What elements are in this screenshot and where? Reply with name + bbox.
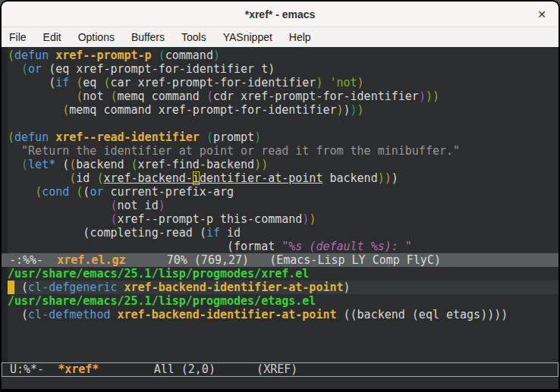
buffer-line[interactable] [8,349,558,362]
buffer-line[interactable]: (xref--prompt-p this-command)) [8,212,558,226]
buffer-line[interactable]: (defun xref--prompt-p (command) [8,49,558,62]
buffer-line[interactable]: (or (eq xref-prompt-for-identifier t) [8,62,558,76]
buffer-line[interactable]: (not id) [8,199,558,212]
modeline-source[interactable]: -:%%- xref.el.gz 70% (769,27) (Emacs-Lis… [2,253,558,267]
buffer-line[interactable]: (format "%s (default %s): " [8,240,558,253]
buffer-line[interactable]: (if (eq (car xref-prompt-for-identifier)… [8,76,558,89]
emacs-window: *xref* - emacs ✕ File Edit Options Buffe… [0,0,560,392]
close-icon[interactable]: ✕ [537,9,546,20]
menu-item-tools[interactable]: Tools [173,27,215,47]
menu-item-options[interactable]: Options [70,27,123,47]
source-buffer-window[interactable]: (defun xref--prompt-p (command) (or (eq … [2,47,558,253]
buffer-line[interactable]: (defun xref--read-identifier (prompt) [8,130,558,144]
buffer-line[interactable] [8,335,558,349]
buffer-line[interactable]: (id (xref-backend-identifier-at-point ba… [8,171,558,185]
menu-item-buffers[interactable]: Buffers [123,27,173,47]
buffer-line[interactable] [8,117,558,130]
buffer-line[interactable]: (cl-defgeneric xref-backend-identifier-a… [8,281,558,294]
modeline-xref[interactable]: U:%*- *xref* All (2,0) (XREF) [2,362,558,377]
buffer-line[interactable]: (let* ((backend (xref-find-backend)) [8,158,558,171]
buffer-line[interactable]: (completing-read (if id [8,226,558,240]
buffer-line[interactable]: "Return the identifier at point or read … [8,144,558,158]
buffer-line[interactable]: (not (memq command (cdr xref-prompt-for-… [8,89,558,103]
window-title: *xref* - emacs [245,8,316,20]
menu-bar: File Edit Options Buffers Tools YASnippe… [2,27,558,47]
buffer-line[interactable] [8,321,558,335]
buffer-line[interactable]: (memq command xref-prompt-for-identifier… [8,103,558,117]
menu-item-help[interactable]: Help [281,27,319,47]
menu-item-edit[interactable]: Edit [35,27,70,47]
xref-buffer-window[interactable]: /usr/share/emacs/25.1/lisp/progmodes/xre… [2,267,558,362]
buffer-line[interactable]: (cond ((or current-prefix-arg [8,185,558,199]
buffer-line[interactable]: (cl-defmethod xref-backend-identifier-at… [8,308,558,321]
menu-item-file[interactable]: File [9,27,35,47]
titlebar[interactable]: *xref* - emacs ✕ [2,2,558,27]
menu-item-yasnippet[interactable]: YASnippet [215,27,281,47]
editor-area: (defun xref--prompt-p (command) (or (eq … [2,47,558,389]
buffer-line[interactable]: /usr/share/emacs/25.1/lisp/progmodes/xre… [8,267,558,281]
echo-area [2,377,558,389]
buffer-line[interactable]: /usr/share/emacs/25.1/lisp/progmodes/eta… [8,294,558,308]
